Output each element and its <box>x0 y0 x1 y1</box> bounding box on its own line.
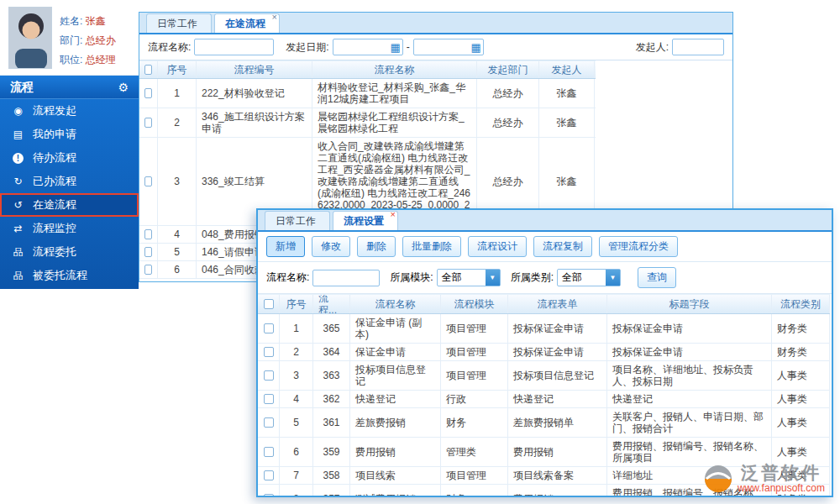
module-select[interactable]: 全部 ▼ <box>437 269 501 286</box>
sidebar-item-delegated-processes[interactable]: 品 被委托流程 <box>0 264 139 287</box>
cell-initiator: 张鑫 <box>539 108 595 137</box>
process-settings-table: 序号 流程... 流程名称 流程模块 流程表单 标题字段 流程类别 1 365 … <box>258 294 830 497</box>
row-checkbox[interactable] <box>264 323 274 333</box>
table-row[interactable]: 6 359 费用报销 管理类 费用报销 费用报销、报销编号、报销名称、所属项目 … <box>258 438 830 467</box>
cell-process-code: 359 <box>313 438 350 466</box>
col-start-dept[interactable]: 发起部门 <box>477 61 539 78</box>
row-checkbox[interactable] <box>264 370 274 381</box>
edit-button[interactable]: 修改 <box>312 236 350 257</box>
sidebar-item-process-delegate[interactable]: 品 流程委托 <box>0 240 139 264</box>
monitor-icon: ⇄ <box>12 223 24 234</box>
table-row[interactable]: 4 362 快递登记 行政 快递登记 快递登记 人事类 <box>258 391 830 408</box>
table-row[interactable]: 8 357 测试费用报销 财务 费用报销 费用报销、报销编号、报销名称、本次报销… <box>258 485 830 497</box>
col-initiator[interactable]: 发起人 <box>539 61 595 78</box>
tab-daily-work[interactable]: 日常工作 <box>265 211 330 230</box>
cell-process-code: 362 <box>313 391 350 407</box>
row-checkbox[interactable] <box>144 88 152 98</box>
sidebar-item-completed-processes[interactable]: ↻ 已办流程 <box>0 170 139 193</box>
col-process-category[interactable]: 流程类别 <box>772 295 830 313</box>
category-label: 所属类别: <box>511 270 554 285</box>
initiator-input[interactable] <box>672 39 724 55</box>
sidebar-item-process-monitor[interactable]: ⇄ 流程监控 <box>0 217 139 240</box>
calendar-icon[interactable]: ▦ <box>469 42 482 53</box>
app-canvas: 姓名: 张鑫 部门: 总经办 职位: 总经理 流程 ⚙ ◉ 流程发起 ▤ 我的申… <box>0 0 840 504</box>
table-row[interactable]: 1 222_材料验收登记 材料验收登记_材料采购_张鑫_华润12城房建工程项目 … <box>139 79 596 108</box>
process-name-input[interactable] <box>194 39 274 55</box>
col-no[interactable]: 序号 <box>158 61 197 78</box>
table-row[interactable]: 7 358 项目线索 项目管理 项目线索备案 详细地址 人事类 <box>258 467 830 485</box>
sidebar-header: 流程 ⚙ <box>0 76 139 99</box>
add-button[interactable]: 新增 <box>266 236 305 257</box>
tab-in-transit-label: 在途流程 <box>225 18 265 29</box>
process-name-label: 流程名称: <box>266 270 309 285</box>
process-design-button[interactable]: 流程设计 <box>468 236 527 257</box>
manage-category-button[interactable]: 管理流程分类 <box>599 236 678 257</box>
tab-daily-work[interactable]: 日常工作 <box>146 13 212 33</box>
sidebar-header-title: 流程 <box>10 80 34 95</box>
select-all-checkbox[interactable] <box>264 299 274 309</box>
cell-process-name: 费用报销 <box>350 438 441 466</box>
col-title-fields[interactable]: 标题字段 <box>607 295 772 313</box>
cell-process-category: 财务类 <box>772 344 830 360</box>
initiator-label: 发起人: <box>636 40 669 55</box>
cell-no: 5 <box>280 408 313 437</box>
tab-process-settings[interactable]: 流程设置 × <box>333 211 398 230</box>
row-checkbox[interactable] <box>144 118 152 128</box>
org-chart-icon: 品 <box>12 245 24 260</box>
row-checkbox[interactable] <box>264 347 274 357</box>
gear-icon[interactable]: ⚙ <box>118 81 129 94</box>
in-transit-icon: ↺ <box>12 199 24 211</box>
start-date-from-input[interactable]: ▦ <box>333 39 403 55</box>
row-checkbox-cell <box>139 108 158 137</box>
cell-process-code: 222_材料验收登记 <box>197 79 312 108</box>
user-name: 张鑫 <box>86 15 106 27</box>
table-row[interactable]: 2 364 保证金申请 项目管理 投标保证金申请 投标保证金申请 财务类 <box>258 344 830 361</box>
batch-delete-button[interactable]: 批量删除 <box>402 236 461 257</box>
col-process-module[interactable]: 流程模块 <box>441 295 508 313</box>
cell-process-code: 364 <box>313 344 350 360</box>
col-process-code[interactable]: 流程... <box>313 295 350 313</box>
sidebar: 姓名: 张鑫 部门: 总经办 职位: 总经理 流程 ⚙ ◉ 流程发起 ▤ 我的申… <box>0 0 139 289</box>
process-copy-button[interactable]: 流程复制 <box>533 236 592 257</box>
row-checkbox[interactable] <box>144 247 152 257</box>
row-checkbox[interactable] <box>264 447 274 457</box>
close-tab-icon[interactable]: × <box>272 13 277 22</box>
cell-process-name: 快递登记 <box>350 391 441 407</box>
profile-info: 姓名: 张鑫 部门: 总经办 职位: 总经理 <box>60 7 116 68</box>
col-process-form[interactable]: 流程表单 <box>508 295 607 313</box>
col-process-code[interactable]: 流程编号 <box>197 61 312 78</box>
close-tab-icon[interactable]: × <box>391 210 396 219</box>
row-checkbox[interactable] <box>264 417 274 428</box>
start-date-to-input[interactable]: ▦ <box>413 39 484 55</box>
table-row[interactable]: 5 361 差旅费报销 财务 差旅费报销单 关联客户、报销人、申请日期、部门、报… <box>258 408 830 438</box>
delete-button[interactable]: 删除 <box>357 236 396 257</box>
tab-in-transit[interactable]: 在途流程 × <box>214 13 280 33</box>
sidebar-item-in-transit-processes[interactable]: ↺ 在途流程 <box>0 193 139 217</box>
row-checkbox[interactable] <box>144 229 152 239</box>
select-all-checkbox[interactable] <box>144 65 152 75</box>
cell-process-code: 363 <box>313 361 350 390</box>
process-name-input[interactable] <box>312 270 380 286</box>
query-button[interactable]: 查询 <box>638 267 676 288</box>
row-checkbox[interactable] <box>144 176 152 186</box>
table-row[interactable]: 3 363 投标项目信息登记 项目管理 投标项目信息登记 项目名称、详细地址、投… <box>258 361 830 391</box>
row-checkbox[interactable] <box>264 494 274 497</box>
sidebar-item-process-start[interactable]: ◉ 流程发起 <box>0 99 139 123</box>
category-select[interactable]: 全部 ▼ <box>557 269 621 286</box>
cell-process-module: 项目管理 <box>441 467 508 484</box>
title-label: 职位: <box>60 54 82 66</box>
col-process-name[interactable]: 流程名称 <box>312 61 477 78</box>
col-no[interactable]: 序号 <box>280 295 313 313</box>
col-process-name[interactable]: 流程名称 <box>350 295 441 313</box>
row-checkbox[interactable] <box>144 265 152 275</box>
row-checkbox[interactable] <box>264 470 274 480</box>
sidebar-item-pending-processes[interactable]: ! 待办流程 <box>0 146 139 170</box>
cell-title-fields: 投标保证金申请 <box>607 314 772 343</box>
row-checkbox-cell <box>139 261 158 278</box>
calendar-icon[interactable]: ▦ <box>388 42 402 53</box>
process-name-label: 流程名称: <box>148 40 191 55</box>
sidebar-item-my-applications[interactable]: ▤ 我的申请 <box>0 123 139 146</box>
table-row[interactable]: 1 365 保证金申请 (副本) 项目管理 投标保证金申请 投标保证金申请 财务… <box>258 314 830 344</box>
table-row[interactable]: 2 346_施工组织设计方案申请 晨铭园林绿化工程组织设计方案_晨铭园林绿化工程… <box>139 108 596 138</box>
row-checkbox[interactable] <box>264 394 274 404</box>
